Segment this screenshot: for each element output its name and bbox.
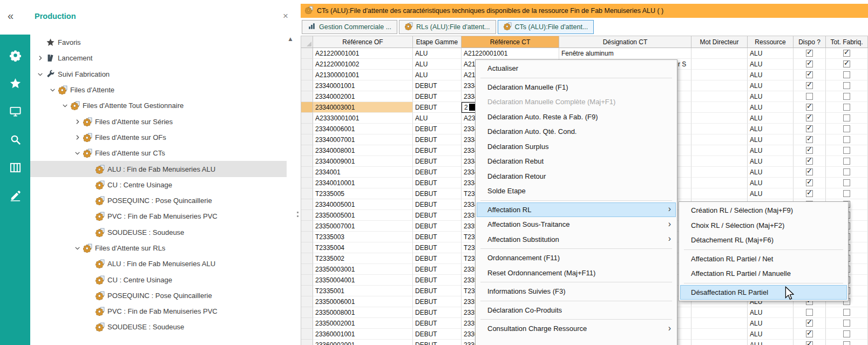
etape-cell[interactable]: DEBUT xyxy=(413,199,462,210)
dispo-checkbox[interactable] xyxy=(806,341,813,345)
tot-checkbox[interactable] xyxy=(843,136,850,143)
ref_of-cell[interactable]: T2335003 xyxy=(313,232,413,242)
row-selector[interactable] xyxy=(301,188,313,199)
row-selector[interactable] xyxy=(301,221,313,232)
tree-item-posequinc-pose-quincaillerie[interactable]: POSEQUINC : Pose Quincaillerie xyxy=(30,193,287,208)
ressource-cell[interactable]: ALU xyxy=(748,167,794,178)
tree-item-pvc-fin-de-fab-menuiseries-pvc[interactable]: PVC : Fin de Fab Menuiseries PVC xyxy=(30,208,287,224)
ref_of-cell[interactable]: T2335005 xyxy=(313,188,413,199)
ref_of-cell[interactable]: 23340002001 xyxy=(313,91,413,102)
ressource-cell[interactable]: ALU xyxy=(748,134,794,145)
signature-pen-icon[interactable] xyxy=(6,187,24,204)
ref_of-cell[interactable]: 23350007001 xyxy=(313,221,413,232)
row-selector[interactable] xyxy=(301,156,313,167)
menu-item-solde-etape[interactable]: Solde Etape xyxy=(477,184,676,199)
etape-cell[interactable]: DEBUT xyxy=(413,221,462,232)
menu-item-actualiser[interactable]: Actualiser xyxy=(477,61,676,76)
tab-gestion-commerciale[interactable]: Gestion Commerciale ... xyxy=(302,20,397,34)
ref_of-cell[interactable]: 2334001 xyxy=(313,167,413,178)
dispo-checkbox[interactable] xyxy=(806,309,813,316)
menu-item-declaration-auto-qte-cond[interactable]: Déclaration Auto. Qté. Cond. xyxy=(477,124,676,139)
ressource-cell[interactable]: ALU xyxy=(748,70,794,80)
chevron-right-icon[interactable] xyxy=(72,133,83,141)
row-selector[interactable] xyxy=(301,253,313,264)
row-selector[interactable] xyxy=(301,264,313,275)
row-selector[interactable] xyxy=(301,340,313,345)
row-selector[interactable] xyxy=(301,232,313,242)
ressource-cell[interactable]: ALU xyxy=(748,91,794,102)
row-selector[interactable] xyxy=(301,167,313,178)
ref_of-cell[interactable]: 23340003001 xyxy=(313,102,413,113)
ref_of-cell[interactable]: 23340001001 xyxy=(313,80,413,91)
dispo-checkbox[interactable] xyxy=(806,71,813,78)
dispo-checkbox[interactable] xyxy=(806,168,813,175)
column-header-etape[interactable]: Etape Gamme xyxy=(413,36,462,48)
ref_of-cell[interactable]: 23360002001 xyxy=(313,340,413,345)
tree-item-files-d-attente-sur-rls[interactable]: Files d'Attente sur RLs xyxy=(30,240,287,256)
etape-cell[interactable]: DEBUT xyxy=(413,134,462,145)
mot-cell[interactable] xyxy=(691,70,748,80)
ref_ct-cell[interactable]: A21220001001 xyxy=(462,48,559,59)
menu-item-declaration-auto-reste-a-fab-f9[interactable]: Déclaration Auto. Reste à Fab. (F9) xyxy=(477,110,676,125)
menu-item-choix-rl-selection-maj-f2[interactable]: Choix RL / Sélection (Maj+F2) xyxy=(680,218,847,233)
close-panel-button[interactable]: × xyxy=(283,11,288,22)
tree-item-files-d-attente[interactable]: Files d'Attente xyxy=(30,82,287,98)
mot-cell[interactable] xyxy=(691,318,748,329)
tree-item-files-d-attente-sur-ofs[interactable]: Files d'Attente sur OFs xyxy=(30,130,287,145)
chevron-down-icon[interactable] xyxy=(72,244,83,253)
ressource-cell[interactable]: ALU xyxy=(748,48,794,59)
column-header-designation[interactable]: Désignation CT xyxy=(559,36,691,48)
tree-item-soudeuse-soudeuse[interactable]: SOUDEUSE : Soudeuse xyxy=(30,225,287,240)
menu-item-declaration-manuelle-f1[interactable]: Déclaration Manuelle (F1) xyxy=(477,80,676,95)
tab-rls-alu-file-d-attent[interactable]: RLs (ALU):File d'attent... xyxy=(399,20,496,34)
row-selector[interactable] xyxy=(301,329,313,340)
menu-item-informations-suivies-f3[interactable]: Informations Suivies (F3) xyxy=(477,284,676,299)
dispo-checkbox[interactable] xyxy=(806,114,813,121)
tab-cts-alu-file-d-attent[interactable]: CTs (ALU):File d'attent... xyxy=(498,20,594,34)
ref_of-cell[interactable]: A23330001001 xyxy=(313,113,413,124)
ref_of-cell[interactable]: 23340006001 xyxy=(313,124,413,134)
ressource-cell[interactable]: ALU xyxy=(748,102,794,113)
ref_of-cell[interactable]: T2335002 xyxy=(313,253,413,264)
dispo-checkbox[interactable] xyxy=(806,136,813,143)
tree-item-alu-fin-de-fab-menuiseries-alu[interactable]: ALU : Fin de Fab Menuiseries ALU xyxy=(30,161,287,177)
etape-cell[interactable]: ALU xyxy=(413,113,462,124)
tree-item-files-d-attente-sur-cts[interactable]: Files d'Attente sur CTs xyxy=(30,145,287,161)
ref_of-cell[interactable]: 23340005001 xyxy=(313,199,413,210)
mot-cell[interactable] xyxy=(691,80,748,91)
row-selector[interactable] xyxy=(301,178,313,188)
menu-item-affectation-rl-partiel-manuelle[interactable]: Affectation RL Partiel / Manuelle xyxy=(680,266,847,281)
ref_of-cell[interactable]: 23350005001 xyxy=(313,210,413,221)
tree-item-posequinc-pose-quincaillerie[interactable]: POSEQUINC : Pose Quincaillerie xyxy=(30,288,287,303)
ressource-cell[interactable]: ALU xyxy=(748,188,794,199)
etape-cell[interactable]: DEBUT xyxy=(413,145,462,156)
menu-item-declaration-surplus[interactable]: Déclaration Surplus xyxy=(477,139,676,154)
etape-cell[interactable]: DEBUT xyxy=(413,242,462,253)
row-selector[interactable] xyxy=(301,113,313,124)
mot-cell[interactable] xyxy=(691,91,748,102)
chevron-down-icon[interactable] xyxy=(59,102,70,110)
tot-checkbox[interactable] xyxy=(843,71,850,78)
ref_of-cell[interactable]: 23350004001 xyxy=(313,275,413,286)
dispo-checkbox[interactable] xyxy=(806,190,813,197)
mot-cell[interactable] xyxy=(691,307,748,318)
ref_of-cell[interactable]: 23340008001 xyxy=(313,145,413,156)
dispo-checkbox[interactable] xyxy=(806,158,813,165)
tot-checkbox[interactable] xyxy=(843,93,850,100)
mot-cell[interactable] xyxy=(691,329,748,340)
chevron-right-icon[interactable] xyxy=(72,117,83,126)
etape-cell[interactable]: DEBUT xyxy=(413,253,462,264)
row-selector[interactable] xyxy=(301,80,313,91)
dispo-checkbox[interactable] xyxy=(806,125,813,132)
etape-cell[interactable]: DEBUT xyxy=(413,340,462,345)
menu-item-affectation-sous-traitance[interactable]: Affectation Sous-Traitance› xyxy=(477,217,676,232)
menu-item-reset-ordonnancement-maj-f11[interactable]: Reset Ordonnancement (Maj+F11) xyxy=(477,266,676,281)
mot-cell[interactable] xyxy=(691,178,748,188)
tree-scroll-up-button[interactable]: ▲ xyxy=(287,36,294,44)
ressource-cell[interactable]: ALU xyxy=(748,145,794,156)
chevron-right-icon[interactable] xyxy=(35,54,45,63)
tot-checkbox[interactable] xyxy=(843,179,850,186)
chevron-down-icon[interactable] xyxy=(72,149,83,158)
tot-checkbox[interactable] xyxy=(843,158,850,165)
mot-cell[interactable] xyxy=(691,48,748,59)
